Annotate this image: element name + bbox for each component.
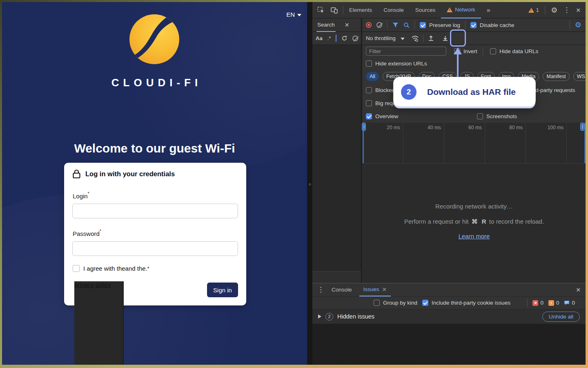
kebab-menu-icon[interactable]: ⋮ xyxy=(563,6,570,14)
search-panel: Search ✕ Aa .* xyxy=(312,18,362,283)
network-settings-gear-icon[interactable]: ⚙ xyxy=(575,21,581,29)
tab-sources[interactable]: Sources xyxy=(410,2,441,18)
import-har-icon[interactable] xyxy=(428,35,434,42)
divider xyxy=(483,47,483,55)
throttling-toolbar: No throttling xyxy=(363,32,586,45)
close-search-icon[interactable]: ✕ xyxy=(345,22,350,28)
clear-search-icon[interactable] xyxy=(352,36,358,41)
gridline xyxy=(444,123,444,163)
overview-checkbox[interactable] xyxy=(366,113,372,119)
drawer-empty-area xyxy=(312,324,586,365)
inspect-element-icon[interactable] xyxy=(317,7,325,14)
brand-name: CLOUDI-FI xyxy=(2,76,307,89)
settings-gear-icon[interactable]: ⚙ xyxy=(551,7,557,14)
terms-agreement: I agree with the terms of use and the pr… xyxy=(73,265,149,272)
close-drawer-icon[interactable]: ✕ xyxy=(576,287,581,293)
chip-ws[interactable]: WS xyxy=(573,72,586,81)
filter-icon[interactable] xyxy=(392,22,399,28)
regex-button[interactable]: .* xyxy=(327,35,331,41)
screenshots-checkbox[interactable] xyxy=(477,113,483,119)
chevron-down-icon xyxy=(297,14,301,16)
overview-toggle[interactable]: Overview xyxy=(366,113,398,119)
password-input[interactable] xyxy=(72,241,238,256)
agree-text: and the xyxy=(125,265,146,272)
refresh-icon[interactable] xyxy=(341,35,347,41)
filter-input[interactable] xyxy=(366,47,446,56)
learn-more-link[interactable]: Learn more xyxy=(459,233,490,240)
network-overview-timeline[interactable]: 20 ms 40 ms 60 ms 80 ms 100 ms xyxy=(363,123,586,164)
filter-row: Invert Hide data URLs xyxy=(363,45,586,57)
device-toolbar-icon[interactable] xyxy=(330,7,338,14)
disable-cache-checkbox[interactable] xyxy=(470,22,477,28)
required-marker: * xyxy=(147,266,149,272)
close-devtools-icon[interactable]: ✕ xyxy=(576,7,581,13)
tab-elements[interactable]: Elements xyxy=(343,2,378,18)
hide-extension-row: Hide extension URLs xyxy=(363,57,586,70)
ruler-tick: 60 ms xyxy=(446,125,482,130)
tabbar-right: 1 ⚙ ⋮ ✕ xyxy=(528,6,586,14)
more-tabs-button[interactable]: » xyxy=(481,2,496,18)
warning-icon: ! xyxy=(548,300,554,306)
hide-data-urls-checkbox[interactable] xyxy=(490,48,496,54)
privacy-policy-link[interactable]: privacy policy xyxy=(74,281,124,365)
preserve-log-checkbox[interactable] xyxy=(420,22,426,28)
hint-message: Perform a request or hit ⌘ R to record t… xyxy=(404,218,544,225)
network-conditions-icon[interactable] xyxy=(411,35,419,42)
warning-count: !0 xyxy=(548,300,559,306)
text-caret xyxy=(336,35,336,42)
drawer-tab-issues[interactable]: Issues ✕ xyxy=(359,283,391,296)
r-key: R xyxy=(482,218,486,225)
devtools-tabbar: Elements Console Sources Network » 1 ⚙ ⋮ xyxy=(312,2,586,18)
warning-icon xyxy=(528,8,534,13)
login-label: Login* xyxy=(73,192,89,200)
drawer-tab-console[interactable]: Console xyxy=(327,283,356,296)
timeline-handle-right[interactable] xyxy=(580,123,584,131)
clear-network-log-icon[interactable] xyxy=(376,22,382,28)
login-card: Log in with your credentials Login* Pass… xyxy=(64,163,246,305)
search-panel-footer xyxy=(312,271,361,283)
hidden-issues-row[interactable]: 2 Hidden issues Unhide all xyxy=(312,309,586,323)
sign-in-button[interactable]: Sign in xyxy=(207,283,238,297)
hide-extension-urls-checkbox[interactable] xyxy=(366,61,372,67)
group-by-kind-checkbox[interactable] xyxy=(374,300,380,306)
big-request-rows-checkbox[interactable] xyxy=(366,100,372,106)
tab-network[interactable]: Network xyxy=(441,2,481,18)
ruler-tick: 40 ms xyxy=(405,125,441,130)
network-empty-state: Recording network activity… Perform a re… xyxy=(363,164,586,283)
unhide-all-button[interactable]: Unhide all xyxy=(542,312,580,322)
card-header: Log in with your credentials xyxy=(72,169,175,179)
blocked-cookies-checkbox[interactable] xyxy=(366,87,372,93)
tab-search[interactable]: Search xyxy=(316,18,336,32)
issues-counter[interactable]: 1 xyxy=(528,7,539,13)
agree-checkbox[interactable] xyxy=(73,265,80,272)
disable-cache-toggle[interactable]: Disable cache xyxy=(470,22,514,28)
login-input[interactable] xyxy=(72,204,238,218)
chip-manifest[interactable]: Manifest xyxy=(543,72,569,81)
export-har-download-icon[interactable] xyxy=(442,35,449,42)
group-by-kind-toggle[interactable]: Group by kind xyxy=(374,300,417,306)
hide-data-urls-toggle[interactable]: Hide data URLs xyxy=(490,48,538,54)
throttling-select[interactable]: No throttling xyxy=(366,35,405,41)
timeline-handle-left[interactable] xyxy=(362,123,366,131)
hide-extension-urls-toggle[interactable]: Hide extension URLs xyxy=(366,61,427,67)
record-button[interactable] xyxy=(366,22,372,28)
tab-console[interactable]: Console xyxy=(378,2,410,18)
devtools-resize-strip[interactable] xyxy=(307,2,312,365)
language-selector[interactable]: EN xyxy=(286,11,301,18)
close-issues-tab-icon[interactable]: ✕ xyxy=(382,286,387,293)
search-icon[interactable] xyxy=(403,22,410,28)
include-cookies-toggle[interactable]: Include third-party cookie issues xyxy=(422,300,510,306)
download-button-highlight xyxy=(450,29,466,47)
include-cookies-checkbox[interactable] xyxy=(422,300,428,306)
chip-all[interactable]: All xyxy=(366,72,379,81)
page-title: Welcome to our guest Wi-Fi xyxy=(2,141,307,155)
network-toolbar: Preserve log Disable cache ⚙ xyxy=(363,18,586,32)
preserve-log-toggle[interactable]: Preserve log xyxy=(420,22,460,28)
screenshots-toggle[interactable]: Screenshots xyxy=(477,113,517,119)
gridline xyxy=(403,123,403,163)
devtools-main: Elements Console Sources Network » 1 ⚙ ⋮ xyxy=(312,2,586,365)
expand-arrow-icon[interactable] xyxy=(318,314,321,319)
match-case-button[interactable]: Aa xyxy=(316,35,323,41)
drawer-kebab-menu-icon[interactable]: ⋮ xyxy=(317,285,324,294)
screenshot-frame: EN CLOUDI-FI Welcome to our guest Wi-Fi xyxy=(0,0,588,368)
